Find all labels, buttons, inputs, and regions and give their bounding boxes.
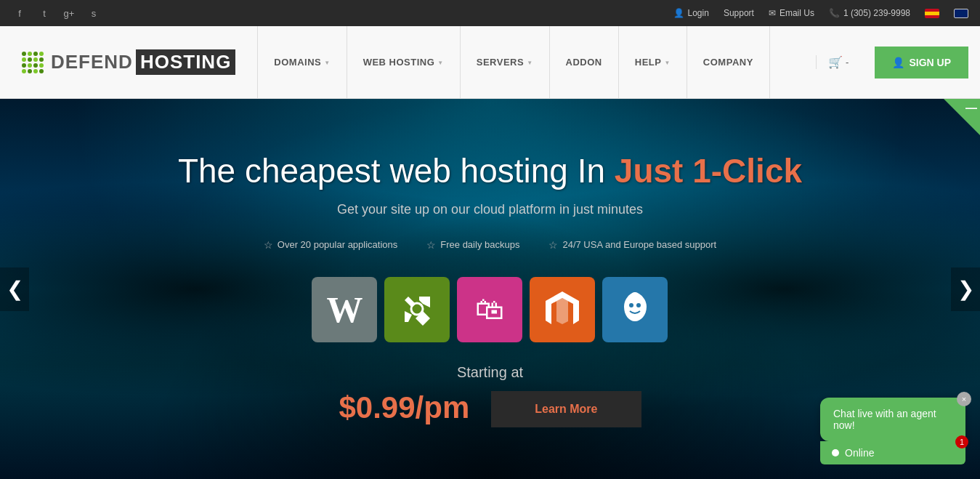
feature-apps: ☆ Over 20 popular applications xyxy=(264,239,398,251)
nav-bar: DEFEND HOSTING DOMAINS ▼ WEB HOSTING ▼ S… xyxy=(0,26,980,99)
opencart-icon[interactable]: 🛍 xyxy=(457,277,522,342)
nav-servers[interactable]: SERVERS ▼ xyxy=(460,26,550,98)
star-icon: ☆ xyxy=(426,239,436,251)
cart-icon: 🛒 xyxy=(828,55,843,69)
skype-icon[interactable]: s xyxy=(86,5,102,21)
chat-message: Chat live with an agent now! xyxy=(833,408,936,431)
top-bar-right: 👤 Login Support ✉ Email Us 📞 1 (305) 239… xyxy=(673,8,969,18)
logo-area[interactable]: DEFEND HOSTING xyxy=(0,49,257,75)
magento-svg xyxy=(543,288,583,331)
price-label: $0.99/pm xyxy=(339,390,469,425)
top-bar: f t g+ s 👤 Login Support ✉ Email Us 📞 1 … xyxy=(0,0,980,26)
nav-addon[interactable]: ADDON xyxy=(549,26,619,98)
logo[interactable]: DEFEND HOSTING xyxy=(22,49,235,75)
email-link[interactable]: ✉ Email Us xyxy=(769,8,814,18)
joomla-svg xyxy=(397,289,437,329)
wordpress-icon[interactable]: W xyxy=(312,277,377,342)
svg-point-2 xyxy=(636,303,641,307)
hero-title: The cheapest web hosting In Just 1-Click xyxy=(178,151,802,190)
nav-company[interactable]: COMPANY xyxy=(687,26,770,98)
hero-title-accent: Just 1-Click xyxy=(615,152,802,190)
hero-features: ☆ Over 20 popular applications ☆ Free da… xyxy=(178,239,802,251)
nav-help[interactable]: HELP ▼ xyxy=(618,26,687,98)
login-icon: 👤 xyxy=(673,8,684,18)
english-flag[interactable] xyxy=(954,9,968,18)
social-links: f t g+ s xyxy=(12,5,102,21)
app-icons: W 🛍 xyxy=(178,277,802,342)
cart-button[interactable]: 🛒 - xyxy=(816,55,860,69)
chevron-down-icon: ▼ xyxy=(664,60,670,66)
magento-icon[interactable] xyxy=(530,277,595,342)
feature-backups: ☆ Free daily backups xyxy=(426,239,519,251)
spanish-flag[interactable] xyxy=(925,9,939,18)
corner-ribbon-area: — xyxy=(944,99,980,135)
carousel-next-button[interactable]: ❯ xyxy=(951,267,980,311)
twitter-icon[interactable]: t xyxy=(36,5,52,21)
hero-content: The cheapest web hosting In Just 1-Click… xyxy=(163,151,817,427)
phone-link[interactable]: 📞 1 (305) 239-9998 xyxy=(829,8,910,18)
logo-text-hosting: HOSTING xyxy=(136,49,235,75)
chat-close-button[interactable]: × xyxy=(957,392,971,406)
user-icon: 👤 xyxy=(892,57,904,68)
googleplus-icon[interactable]: g+ xyxy=(61,5,77,21)
nav-items: DOMAINS ▼ WEB HOSTING ▼ SERVERS ▼ ADDON … xyxy=(257,26,816,98)
chat-status-bar[interactable]: Online 1 xyxy=(820,441,965,464)
svg-point-0 xyxy=(411,303,423,315)
chevron-down-icon: ▼ xyxy=(527,60,532,66)
joomla-icon[interactable] xyxy=(384,277,450,342)
facebook-icon[interactable]: f xyxy=(12,5,28,21)
support-link[interactable]: Support xyxy=(724,8,754,18)
star-icon: ☆ xyxy=(264,239,273,251)
starting-at-label: Starting at xyxy=(457,364,523,381)
chat-status-label: Online xyxy=(845,447,874,459)
chat-bubble[interactable]: × Chat live with an agent now! xyxy=(820,398,965,441)
chevron-down-icon: ▼ xyxy=(324,60,330,66)
pricing-area: Starting at $0.99/pm Learn More xyxy=(178,364,802,427)
chat-status-dot xyxy=(832,449,839,456)
logo-text-defend: DEFEND xyxy=(51,51,133,73)
svg-point-1 xyxy=(629,303,633,307)
drupal-icon[interactable] xyxy=(602,277,668,342)
hero-subtitle: Get your site up on our cloud platform i… xyxy=(178,202,802,217)
corner-ribbon-symbol: — xyxy=(965,102,977,115)
phone-icon: 📞 xyxy=(829,8,840,18)
drupal-svg xyxy=(615,288,655,331)
carousel-prev-button[interactable]: ❮ xyxy=(0,267,29,311)
feature-support: ☆ 24/7 USA and Europe based support xyxy=(548,239,716,251)
logo-dots xyxy=(22,52,44,73)
nav-web-hosting[interactable]: WEB HOSTING ▼ xyxy=(347,26,461,98)
login-link[interactable]: 👤 Login xyxy=(673,8,709,18)
price-row: $0.99/pm Learn More xyxy=(339,388,641,427)
signup-button[interactable]: 👤 SIGN UP xyxy=(875,47,968,79)
learn-more-button[interactable]: Learn More xyxy=(491,391,641,427)
chat-widget: × Chat live with an agent now! Online 1 xyxy=(820,398,965,464)
chat-badge: 1 xyxy=(955,435,968,448)
email-icon: ✉ xyxy=(769,8,776,18)
nav-domains[interactable]: DOMAINS ▼ xyxy=(257,26,347,98)
star-icon: ☆ xyxy=(548,239,558,251)
chevron-down-icon: ▼ xyxy=(437,60,443,66)
